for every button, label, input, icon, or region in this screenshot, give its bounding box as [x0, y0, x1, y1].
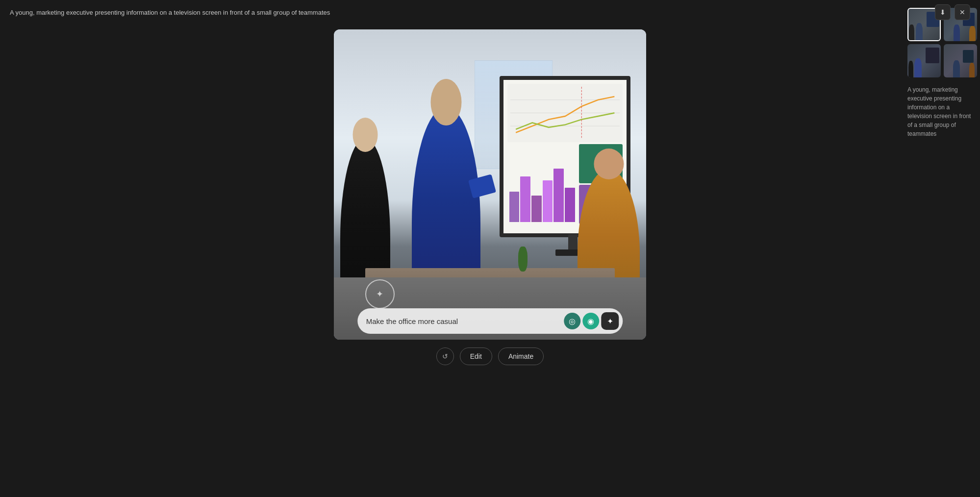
edit-button[interactable]: Edit [460, 348, 492, 365]
plant [518, 247, 528, 272]
prompt-bar[interactable]: Make the office more casual ◎ ◉ ✦ [357, 308, 623, 334]
prompt-icon-1-glyph: ◎ [569, 317, 576, 326]
close-icon: ✕ [959, 8, 965, 16]
refresh-button[interactable]: ↺ [436, 348, 454, 365]
prompt-text: Make the office more casual [366, 317, 560, 325]
prompt-icon-1[interactable]: ◎ [564, 313, 580, 329]
prompt-icon-2-glyph: ◉ [587, 317, 594, 326]
main-content: INSIDE [333, 29, 647, 365]
download-button[interactable]: ⬇ [935, 4, 951, 20]
main-image: INSIDE [334, 29, 646, 340]
header-actions: ⬇ ✕ [935, 4, 970, 20]
thumbnail-4[interactable] [944, 44, 977, 77]
download-icon: ⬇ [940, 8, 946, 16]
watermark: ✦ [365, 279, 395, 309]
animate-label: Animate [508, 352, 533, 360]
edit-label: Edit [470, 352, 482, 360]
prompt-icons: ◎ ◉ ✦ [564, 312, 619, 330]
close-button[interactable]: ✕ [955, 4, 970, 20]
thumbnail-3-scene [907, 44, 941, 77]
watermark-icon: ✦ [376, 289, 383, 299]
bottom-controls: ↺ Edit Animate [436, 348, 544, 365]
line-chart [510, 87, 620, 139]
header: A young, marketing executive presenting … [0, 0, 980, 25]
refresh-icon: ↺ [442, 352, 448, 360]
prompt-icon-2[interactable]: ◉ [582, 313, 599, 329]
animate-button[interactable]: Animate [498, 348, 544, 365]
prompt-icon-3[interactable]: ✦ [601, 312, 619, 330]
thumbnail-3[interactable] [907, 44, 941, 77]
thumbnail-4-scene [944, 44, 977, 77]
right-sidebar: A young, marketing executive presenting … [902, 0, 980, 497]
sidebar-description: A young, marketing executive presenting … [907, 85, 974, 138]
prompt-icon-3-glyph: ✦ [607, 317, 613, 326]
office-scene: INSIDE [334, 29, 646, 340]
header-title: A young, marketing executive presenting … [10, 9, 330, 16]
